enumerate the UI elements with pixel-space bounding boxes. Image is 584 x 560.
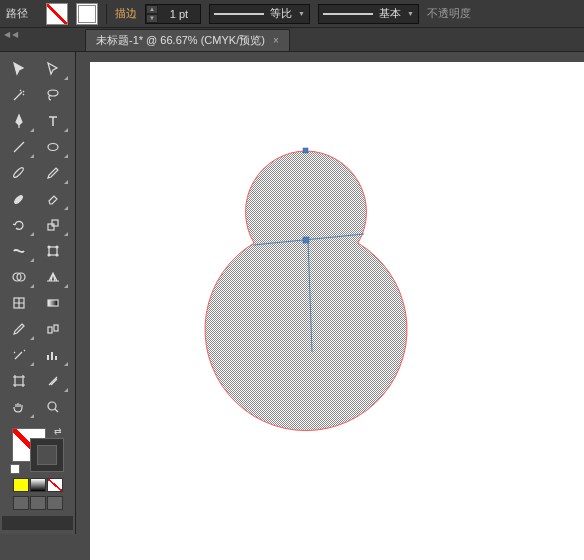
color-modes (2, 478, 73, 492)
svg-point-7 (48, 254, 50, 256)
profile-combo[interactable]: 等比 ▼ (209, 4, 310, 24)
brush-preview-icon (323, 13, 373, 15)
document-tab-title: 未标题-1* @ 66.67% (CMYK/预览) (96, 33, 265, 48)
svg-rect-14 (54, 325, 58, 331)
opacity-label[interactable]: 不透明度 (427, 6, 471, 21)
svg-rect-12 (48, 300, 58, 306)
gradient-mode-button[interactable] (30, 478, 46, 492)
profile-label: 等比 (270, 6, 292, 21)
draw-inside-button[interactable] (47, 496, 63, 510)
close-icon[interactable]: × (273, 35, 279, 46)
blob-brush-tool[interactable] (2, 186, 36, 212)
path-shape[interactable] (90, 62, 584, 560)
scale-tool[interactable] (36, 212, 70, 238)
profile-preview-icon (214, 13, 264, 15)
selection-tool[interactable] (2, 56, 36, 82)
brush-combo[interactable]: 基本 ▼ (318, 4, 419, 24)
draw-behind-button[interactable] (30, 496, 46, 510)
stepper-arrows[interactable]: ▲▼ (146, 5, 158, 23)
fill-swatch[interactable] (46, 3, 68, 25)
shape-builder-tool[interactable] (2, 264, 36, 290)
divider (106, 4, 107, 24)
eraser-tool[interactable] (36, 186, 70, 212)
svg-point-1 (48, 144, 58, 151)
document-tab[interactable]: 未标题-1* @ 66.67% (CMYK/预览) × (85, 29, 290, 51)
screen-modes (2, 496, 73, 510)
eyedropper-tool[interactable] (2, 316, 36, 342)
default-fill-stroke-icon[interactable] (10, 464, 20, 474)
svg-rect-2 (48, 224, 54, 230)
svg-point-5 (48, 246, 50, 248)
stroke-weight-stepper[interactable]: ▲▼ (145, 4, 201, 24)
rectangle-tool[interactable] (36, 134, 70, 160)
blend-tool[interactable] (36, 316, 70, 342)
symbol-sprayer-tool[interactable] (2, 342, 36, 368)
svg-point-8 (56, 254, 58, 256)
chevron-down-icon: ▼ (407, 10, 414, 17)
pen-tool[interactable] (2, 108, 36, 134)
hand-tool[interactable] (2, 394, 36, 420)
line-segment-tool[interactable] (2, 134, 36, 160)
svg-rect-23 (303, 148, 308, 153)
paintbrush-tool[interactable] (2, 160, 36, 186)
svg-rect-3 (52, 220, 58, 226)
tools-panel: ⇄ (0, 52, 76, 534)
zoom-tool[interactable] (36, 394, 70, 420)
swap-fill-stroke-icon[interactable]: ⇄ (54, 426, 62, 436)
lasso-tool[interactable] (36, 82, 70, 108)
svg-rect-4 (49, 247, 57, 255)
chevron-down-icon[interactable]: ▼ (146, 14, 158, 23)
none-mode-button[interactable] (47, 478, 63, 492)
rotate-tool[interactable] (2, 212, 36, 238)
pencil-tool[interactable] (36, 160, 70, 186)
chevron-down-icon: ▼ (298, 10, 305, 17)
direct-selection-tool[interactable] (36, 56, 70, 82)
gradient-tool[interactable] (36, 290, 70, 316)
stroke-weight-input[interactable] (158, 5, 200, 23)
brush-label: 基本 (379, 6, 401, 21)
mesh-tool[interactable] (2, 290, 36, 316)
free-transform-tool[interactable] (36, 238, 70, 264)
chevron-up-icon[interactable]: ▲ (146, 5, 158, 14)
slice-tool[interactable] (36, 368, 70, 394)
artboard[interactable] (90, 62, 584, 560)
svg-point-6 (56, 246, 58, 248)
artboard-tool[interactable] (2, 368, 36, 394)
width-tool[interactable] (2, 238, 36, 264)
svg-point-16 (48, 402, 56, 410)
perspective-grid-tool[interactable] (36, 264, 70, 290)
stroke-swatch[interactable] (76, 3, 98, 25)
fill-stroke-control[interactable]: ⇄ (10, 426, 66, 474)
svg-rect-15 (15, 377, 23, 385)
svg-rect-22 (303, 237, 309, 243)
stroke-color-icon[interactable] (30, 438, 64, 472)
selection-type-label: 路径 (6, 6, 28, 21)
column-graph-tool[interactable] (36, 342, 70, 368)
draw-normal-button[interactable] (13, 496, 29, 510)
screen-mode-button[interactable] (2, 516, 73, 530)
svg-rect-13 (48, 327, 52, 333)
document-tab-bar: 未标题-1* @ 66.67% (CMYK/预览) × (0, 28, 584, 52)
control-bar: 路径 描边 ▲▼ 等比 ▼ 基本 ▼ 不透明度 (0, 0, 584, 28)
magic-wand-tool[interactable] (2, 82, 36, 108)
stroke-label[interactable]: 描边 (115, 6, 137, 21)
panel-collapse-icon[interactable]: ◀◀ (4, 30, 20, 39)
color-mode-button[interactable] (13, 478, 29, 492)
type-tool[interactable] (36, 108, 70, 134)
